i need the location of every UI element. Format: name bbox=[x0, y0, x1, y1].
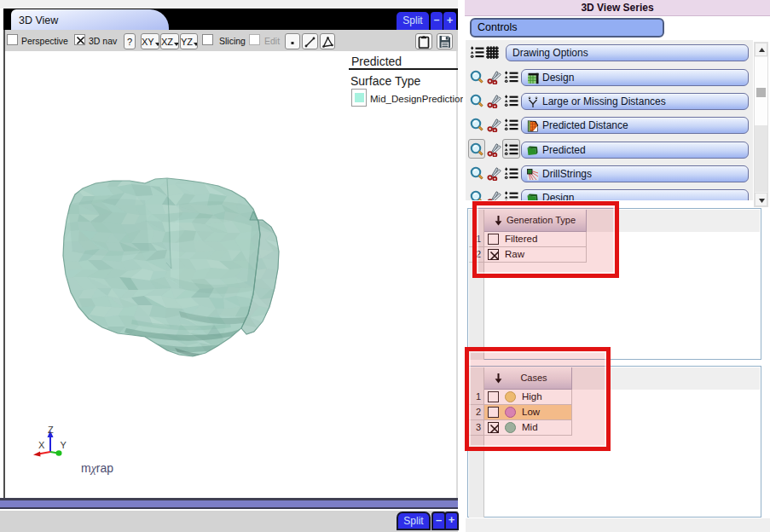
svg-text:Y: Y bbox=[61, 440, 67, 450]
svg-text:Z: Z bbox=[48, 425, 54, 435]
svg-text:X: X bbox=[38, 440, 45, 450]
